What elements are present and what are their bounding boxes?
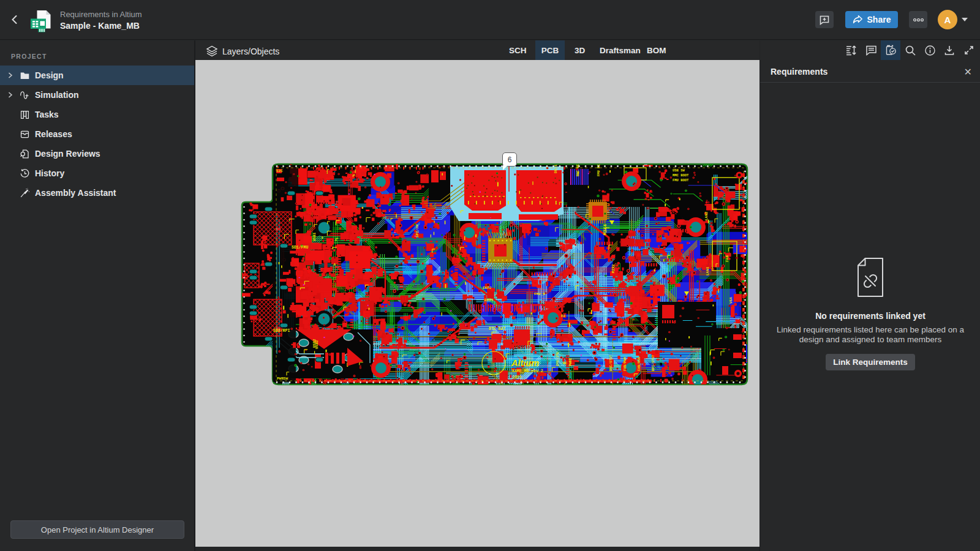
svg-text:RTC BAT: RTC BAT	[489, 327, 505, 331]
svg-text:EMS/JTG: EMS/JTG	[556, 351, 560, 366]
svg-text:KAME_MB rev 2: KAME_MB rev 2	[512, 369, 543, 373]
svg-text:M2X4: M2X4	[603, 223, 608, 235]
svg-text:EKP2: EKP2	[483, 286, 492, 290]
svg-text:FAN/USS: FAN/USS	[637, 356, 641, 371]
svg-text:RC: RC	[563, 361, 568, 365]
svg-text:LAN2: LAN2	[704, 211, 709, 220]
svg-text:USB1: USB1	[312, 232, 317, 241]
svg-text:FMU BOOT: FMU BOOT	[673, 178, 689, 182]
svg-text:I2C: I2C	[276, 169, 283, 173]
svg-text:BNC/STAT: BNC/STAT	[609, 354, 613, 371]
svg-text:V6A: V6A	[729, 297, 733, 304]
svg-text:Altium: Altium	[511, 358, 539, 368]
svg-text:FMU_R: FMU_R	[534, 292, 545, 296]
svg-text:PWRSW: PWRSW	[277, 377, 288, 381]
svg-text:RPI/STAT: RPI/STAT	[651, 354, 655, 371]
svg-text:F2: F2	[561, 314, 566, 318]
svg-text:SD2/RPI: SD2/RPI	[273, 329, 290, 333]
svg-text:SPI/FM: SPI/FM	[415, 224, 420, 238]
svg-text:DD/1 USB: DD/1 USB	[554, 156, 558, 173]
svg-text:EKP4: EKP4	[484, 298, 494, 302]
svg-text:M2X2: M2X2	[611, 264, 616, 273]
svg-text:USB SW: USB SW	[673, 168, 685, 173]
svg-text:SD1/FMU: SD1/FMU	[292, 246, 308, 250]
svg-text:2019: 2019	[512, 375, 522, 380]
svg-text:FAN/PWM: FAN/PWM	[623, 356, 627, 371]
svg-text:PWRB: PWRB	[568, 358, 573, 366]
svg-text:USB2: USB2	[315, 340, 319, 349]
svg-text:MMC BOOT: MMC BOOT	[673, 173, 689, 178]
svg-text:FAN: FAN	[725, 255, 729, 262]
svg-text:LAN1: LAN1	[706, 266, 710, 276]
